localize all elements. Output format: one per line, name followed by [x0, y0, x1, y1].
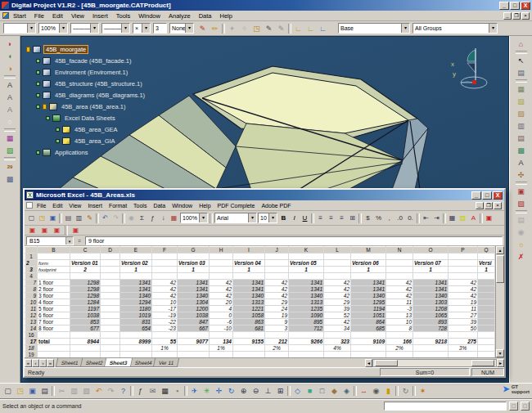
cell-J17[interactable]: 212	[265, 339, 289, 345]
column-header-o[interactable]: O	[413, 247, 449, 254]
cell-Q12[interactable]	[478, 312, 495, 319]
surface-red-icon[interactable]: ◗	[4, 38, 16, 50]
cell-B11[interactable]: 5 floor	[38, 306, 70, 312]
camera-icon[interactable]: ◉	[370, 385, 382, 397]
cell-H13[interactable]: -6	[210, 319, 233, 325]
tree-item-45b-diagrams-45b-diagrams-1[interactable]: 45B_diagrams (45B_diagrams.1)	[25, 89, 168, 101]
measure-icon[interactable]: ↔	[358, 385, 370, 397]
cell-G14[interactable]: 667	[178, 325, 210, 332]
cell-I4[interactable]	[233, 273, 265, 280]
open-icon[interactable]: ◳	[14, 385, 26, 397]
cell-L18[interactable]: 4%	[324, 345, 351, 352]
properties-wizard-icon[interactable]: ✏	[209, 23, 221, 34]
row-header-4[interactable]: 4	[25, 273, 38, 280]
cell-E18[interactable]	[120, 345, 152, 352]
child-minimize-button[interactable]: _	[503, 12, 512, 20]
undo-icon[interactable]: ↶	[100, 213, 110, 223]
cell-N13[interactable]: 10	[386, 319, 413, 325]
row-header-19[interactable]: 19	[25, 352, 38, 358]
cell-I1[interactable]	[233, 254, 265, 260]
cell-B17[interactable]: total	[38, 339, 70, 345]
tree-item-45b-area-45b-area-1[interactable]: 45B_area (45B_area.1)	[25, 101, 168, 112]
chevron-down-icon[interactable]: ▾	[248, 213, 256, 222]
column-header-m[interactable]: M	[351, 247, 386, 254]
cell-P4[interactable]	[449, 273, 478, 280]
cell-C11[interactable]: 1197	[70, 306, 101, 312]
cell-F1[interactable]	[152, 254, 178, 260]
column-header-j[interactable]: J	[265, 247, 289, 254]
cell-M7[interactable]: 1341	[351, 280, 386, 286]
print-icon[interactable]: ▤	[63, 213, 74, 223]
cell-H18[interactable]: 1%	[210, 345, 233, 352]
tree-item-45b-area-gia[interactable]: 45B_area_GIA	[25, 135, 168, 146]
line-thickness-combo[interactable]: ———▾	[70, 23, 99, 34]
cell-D10[interactable]	[101, 299, 120, 306]
zoom-out-icon[interactable]: ⊖	[250, 385, 262, 397]
cell-F13[interactable]: -22	[152, 319, 178, 325]
cell-C1[interactable]	[70, 254, 101, 260]
fly-mode-icon[interactable]: ✈	[188, 385, 201, 397]
sheet-green-icon[interactable]: ▦	[515, 83, 527, 95]
menu-file[interactable]: File	[34, 202, 49, 209]
new-icon[interactable]: ▢	[2, 385, 14, 397]
cell-L19[interactable]	[324, 352, 351, 358]
cell-K7[interactable]: 1341	[289, 280, 324, 286]
cell-K11[interactable]: 1235	[289, 306, 324, 312]
menu-insert[interactable]: Insert	[88, 11, 112, 20]
pdf-complete-print-icon[interactable]: ▣	[27, 226, 38, 235]
paste-icon[interactable]: ▧	[80, 385, 92, 397]
chevron-down-icon[interactable]: ▾	[121, 24, 129, 33]
cell-N12[interactable]: 13	[386, 312, 413, 319]
cell-J16[interactable]	[265, 332, 289, 339]
cell-F3[interactable]	[152, 267, 178, 273]
pen-gray-icon[interactable]: ✎	[275, 23, 287, 34]
tree-node-icon[interactable]	[36, 70, 40, 74]
cell-K14[interactable]: 712	[289, 325, 324, 332]
cell-C13[interactable]: 853	[70, 319, 101, 325]
cell-B8[interactable]: 2 floor	[38, 286, 70, 293]
cell-B4[interactable]	[38, 273, 70, 280]
text-annotation-icon[interactable]: A	[4, 79, 16, 91]
cell-Q19[interactable]	[478, 352, 495, 358]
cell-F7[interactable]: 42	[152, 280, 178, 286]
pan-icon[interactable]: ✛	[213, 385, 225, 397]
pdf-button-icon[interactable]: ▣	[484, 213, 494, 223]
wireframe-view-icon[interactable]: □	[316, 385, 328, 397]
cell-N4[interactable]	[386, 273, 413, 280]
cell-P3[interactable]	[449, 267, 478, 273]
cell-N14[interactable]: 8	[386, 325, 413, 332]
chevron-down-icon[interactable]: ▾	[27, 24, 35, 33]
tree-item-45b-moorgate[interactable]: 45B_moorgate	[25, 43, 168, 55]
tree-node-icon[interactable]	[36, 59, 40, 63]
cell-I11[interactable]: 1221	[233, 306, 265, 312]
cell-C7[interactable]: 1298	[70, 280, 101, 286]
cell-F10[interactable]: 10	[152, 299, 178, 306]
cell-P13[interactable]: 39	[449, 319, 478, 325]
menu-data[interactable]: Data	[150, 202, 169, 209]
cell-I17[interactable]: 9155	[233, 339, 265, 345]
cell-G3[interactable]: 1	[178, 267, 210, 273]
cell-P17[interactable]: 275	[449, 339, 478, 345]
menu-edit[interactable]: Edit	[48, 11, 67, 20]
chevron-down-icon[interactable]: ▾	[65, 237, 73, 245]
cell-G4[interactable]	[178, 273, 210, 280]
cell-O13[interactable]: 893	[413, 319, 449, 325]
menu-tools[interactable]: Tools	[130, 202, 150, 209]
row-header-8[interactable]: 8	[25, 286, 38, 293]
menu-help[interactable]: Help	[196, 202, 214, 209]
zoom-combo[interactable]: 100%▾	[180, 213, 208, 223]
book-minimize-button[interactable]: _	[476, 202, 484, 209]
cell-I13[interactable]: 863	[233, 319, 265, 325]
increase-indent-icon[interactable]: ⇥	[431, 213, 442, 223]
tree-node-icon[interactable]	[36, 105, 40, 109]
prev-sheet-icon[interactable]: ‹	[32, 359, 39, 367]
cell-P9[interactable]: 42	[449, 293, 478, 299]
cell-E8[interactable]: 1341	[120, 286, 152, 293]
cell-I19[interactable]	[233, 352, 265, 358]
align-center-icon[interactable]: ≡	[326, 213, 336, 223]
row-header-14[interactable]: 14	[25, 325, 38, 332]
cell-M19[interactable]	[351, 352, 386, 358]
datum-annotation-icon[interactable]: A	[4, 104, 16, 115]
product-structure-icon[interactable]: ⌂	[515, 38, 527, 50]
tree-item-applications[interactable]: Applications	[25, 146, 168, 158]
